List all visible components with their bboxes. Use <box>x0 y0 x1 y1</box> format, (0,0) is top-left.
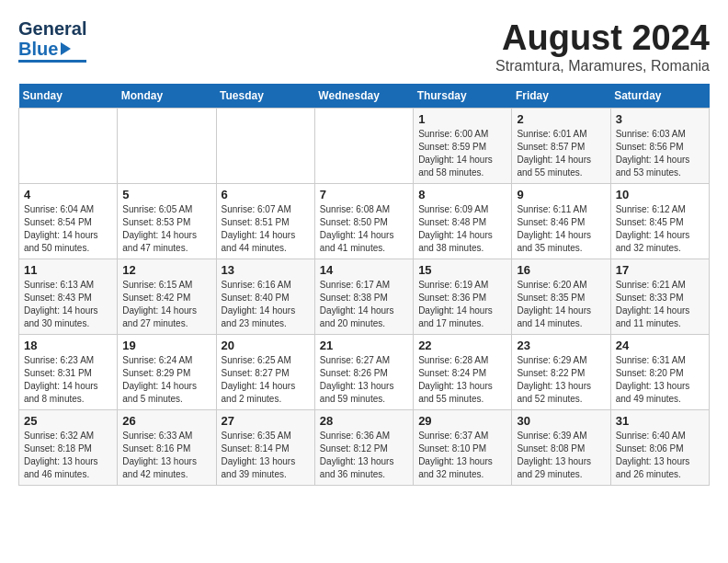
logo: General Blue <box>18 18 88 63</box>
day-number: 4 <box>24 188 112 201</box>
day-info: Sunrise: 6:24 AMSunset: 8:29 PMDaylight:… <box>122 354 210 406</box>
calendar-cell: 24Sunrise: 6:31 AMSunset: 8:20 PMDayligh… <box>610 335 709 410</box>
calendar-week-3: 11Sunrise: 6:13 AMSunset: 8:43 PMDayligh… <box>19 259 710 335</box>
day-info: Sunrise: 6:27 AMSunset: 8:26 PMDaylight:… <box>320 354 408 406</box>
main-title: August 2024 <box>495 18 710 58</box>
day-info: Sunrise: 6:20 AMSunset: 8:35 PMDaylight:… <box>517 279 605 330</box>
calendar-week-1: 1Sunrise: 6:00 AMSunset: 8:59 PMDaylight… <box>19 109 710 184</box>
day-info: Sunrise: 6:03 AMSunset: 8:56 PMDaylight:… <box>616 128 704 179</box>
calendar-cell: 19Sunrise: 6:24 AMSunset: 8:29 PMDayligh… <box>118 335 216 410</box>
calendar-cell: 2Sunrise: 6:01 AMSunset: 8:57 PMDaylight… <box>512 109 610 184</box>
day-info: Sunrise: 6:28 AMSunset: 8:24 PMDaylight:… <box>418 354 506 406</box>
day-number: 25 <box>24 414 112 428</box>
day-number: 16 <box>517 263 605 277</box>
day-info: Sunrise: 6:36 AMSunset: 8:12 PMDaylight:… <box>320 430 408 481</box>
calendar-header: SundayMondayTuesdayWednesdayThursdayFrid… <box>19 84 710 109</box>
day-number: 22 <box>418 339 506 352</box>
day-number: 26 <box>122 414 210 428</box>
calendar-body: 1Sunrise: 6:00 AMSunset: 8:59 PMDaylight… <box>19 109 710 486</box>
calendar-cell: 9Sunrise: 6:11 AMSunset: 8:46 PMDaylight… <box>512 184 610 259</box>
day-info: Sunrise: 6:17 AMSunset: 8:38 PMDaylight:… <box>320 279 408 330</box>
day-number: 6 <box>222 188 310 201</box>
day-number: 23 <box>517 339 605 352</box>
day-number: 14 <box>320 263 408 277</box>
day-info: Sunrise: 6:37 AMSunset: 8:10 PMDaylight:… <box>418 430 506 481</box>
weekday-header-monday: Monday <box>118 84 216 109</box>
calendar-cell: 28Sunrise: 6:36 AMSunset: 8:12 PMDayligh… <box>314 410 413 486</box>
day-number: 7 <box>320 188 408 201</box>
weekday-header-friday: Friday <box>512 84 610 109</box>
calendar-cell <box>118 109 216 184</box>
calendar-cell: 16Sunrise: 6:20 AMSunset: 8:35 PMDayligh… <box>512 259 610 335</box>
calendar-cell <box>216 109 314 184</box>
day-info: Sunrise: 6:35 AMSunset: 8:14 PMDaylight:… <box>222 430 310 481</box>
calendar-cell: 13Sunrise: 6:16 AMSunset: 8:40 PMDayligh… <box>216 259 314 335</box>
calendar-cell: 23Sunrise: 6:29 AMSunset: 8:22 PMDayligh… <box>512 335 610 410</box>
day-number: 31 <box>616 414 704 428</box>
calendar-cell <box>314 109 413 184</box>
day-number: 29 <box>418 414 506 428</box>
day-number: 15 <box>418 263 506 277</box>
calendar-week-5: 25Sunrise: 6:32 AMSunset: 8:18 PMDayligh… <box>19 410 710 486</box>
day-number: 9 <box>517 188 605 201</box>
day-number: 17 <box>616 263 704 277</box>
day-info: Sunrise: 6:32 AMSunset: 8:18 PMDaylight:… <box>24 430 112 481</box>
weekday-header-sunday: Sunday <box>19 84 118 109</box>
weekday-header-saturday: Saturday <box>610 84 709 109</box>
calendar-cell: 8Sunrise: 6:09 AMSunset: 8:48 PMDaylight… <box>414 184 512 259</box>
calendar-cell: 5Sunrise: 6:05 AMSunset: 8:53 PMDaylight… <box>118 184 216 259</box>
day-info: Sunrise: 6:12 AMSunset: 8:45 PMDaylight:… <box>616 203 704 255</box>
day-info: Sunrise: 6:21 AMSunset: 8:33 PMDaylight:… <box>616 279 704 330</box>
day-info: Sunrise: 6:31 AMSunset: 8:20 PMDaylight:… <box>616 354 704 406</box>
day-number: 28 <box>320 414 408 428</box>
day-info: Sunrise: 6:25 AMSunset: 8:27 PMDaylight:… <box>222 354 310 406</box>
calendar-cell <box>19 109 118 184</box>
day-number: 12 <box>122 263 210 277</box>
day-number: 5 <box>122 188 210 201</box>
day-info: Sunrise: 6:33 AMSunset: 8:16 PMDaylight:… <box>122 430 210 481</box>
calendar-cell: 14Sunrise: 6:17 AMSunset: 8:38 PMDayligh… <box>314 259 413 335</box>
day-info: Sunrise: 6:16 AMSunset: 8:40 PMDaylight:… <box>222 279 310 330</box>
day-number: 11 <box>24 263 112 277</box>
calendar-cell: 25Sunrise: 6:32 AMSunset: 8:18 PMDayligh… <box>19 410 118 486</box>
calendar-cell: 7Sunrise: 6:08 AMSunset: 8:50 PMDaylight… <box>314 184 413 259</box>
title-section: August 2024 Stramtura, Maramures, Romani… <box>495 18 710 75</box>
calendar-cell: 30Sunrise: 6:39 AMSunset: 8:08 PMDayligh… <box>512 410 610 486</box>
day-info: Sunrise: 6:19 AMSunset: 8:36 PMDaylight:… <box>418 279 506 330</box>
logo-underline <box>18 60 86 63</box>
calendar-cell: 31Sunrise: 6:40 AMSunset: 8:06 PMDayligh… <box>610 410 709 486</box>
weekday-header-wednesday: Wednesday <box>314 84 413 109</box>
calendar-cell: 12Sunrise: 6:15 AMSunset: 8:42 PMDayligh… <box>118 259 216 335</box>
calendar-cell: 4Sunrise: 6:04 AMSunset: 8:54 PMDaylight… <box>19 184 118 259</box>
calendar-cell: 15Sunrise: 6:19 AMSunset: 8:36 PMDayligh… <box>414 259 512 335</box>
day-info: Sunrise: 6:23 AMSunset: 8:31 PMDaylight:… <box>24 354 112 406</box>
day-number: 3 <box>616 112 704 126</box>
day-info: Sunrise: 6:15 AMSunset: 8:42 PMDaylight:… <box>122 279 210 330</box>
day-number: 10 <box>616 188 704 201</box>
logo-bottom-text: Blue <box>18 39 86 59</box>
calendar-cell: 18Sunrise: 6:23 AMSunset: 8:31 PMDayligh… <box>19 335 118 410</box>
day-number: 20 <box>222 339 310 352</box>
calendar-cell: 17Sunrise: 6:21 AMSunset: 8:33 PMDayligh… <box>610 259 709 335</box>
day-number: 13 <box>222 263 310 277</box>
day-number: 30 <box>517 414 605 428</box>
day-number: 24 <box>616 339 704 352</box>
calendar-table: SundayMondayTuesdayWednesdayThursdayFrid… <box>18 84 710 486</box>
calendar-cell: 29Sunrise: 6:37 AMSunset: 8:10 PMDayligh… <box>414 410 512 486</box>
day-number: 8 <box>418 188 506 201</box>
calendar-cell: 27Sunrise: 6:35 AMSunset: 8:14 PMDayligh… <box>216 410 314 486</box>
day-info: Sunrise: 6:00 AMSunset: 8:59 PMDaylight:… <box>418 128 506 179</box>
day-number: 18 <box>24 339 112 352</box>
calendar-cell: 22Sunrise: 6:28 AMSunset: 8:24 PMDayligh… <box>414 335 512 410</box>
calendar-cell: 11Sunrise: 6:13 AMSunset: 8:43 PMDayligh… <box>19 259 118 335</box>
weekday-header-row: SundayMondayTuesdayWednesdayThursdayFrid… <box>19 84 710 109</box>
weekday-header-tuesday: Tuesday <box>216 84 314 109</box>
day-info: Sunrise: 6:29 AMSunset: 8:22 PMDaylight:… <box>517 354 605 406</box>
logo-arrow-icon <box>61 42 71 55</box>
day-info: Sunrise: 6:39 AMSunset: 8:08 PMDaylight:… <box>517 430 605 481</box>
calendar-cell: 20Sunrise: 6:25 AMSunset: 8:27 PMDayligh… <box>216 335 314 410</box>
day-info: Sunrise: 6:04 AMSunset: 8:54 PMDaylight:… <box>24 203 112 255</box>
day-info: Sunrise: 6:07 AMSunset: 8:51 PMDaylight:… <box>222 203 310 255</box>
day-number: 1 <box>418 112 506 126</box>
calendar-week-2: 4Sunrise: 6:04 AMSunset: 8:54 PMDaylight… <box>19 184 710 259</box>
